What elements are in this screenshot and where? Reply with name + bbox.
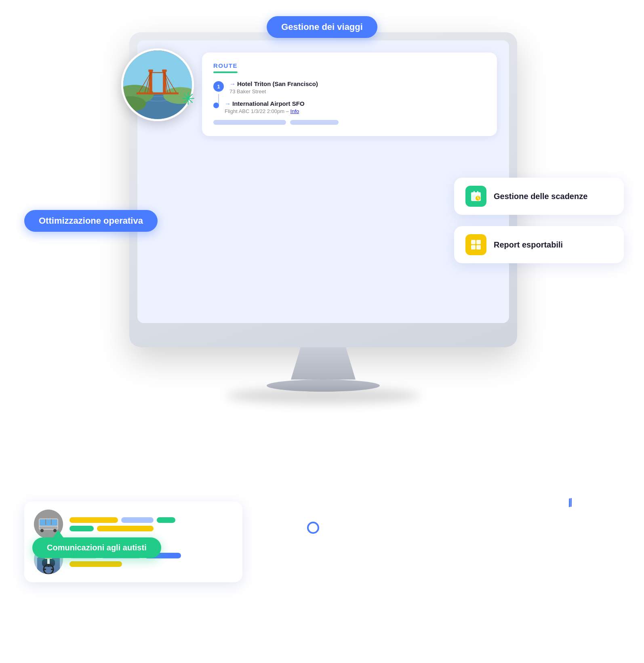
stop-2-info: → International Airport SFO Flight ABC 1… [225,100,305,114]
stop-number-1: 1 [213,81,224,92]
placeholder-route-bar-2 [290,120,339,125]
golden-gate-image [121,48,194,121]
circle-decoration [307,522,319,534]
bar-yellow-3 [69,561,122,567]
svg-rect-40 [471,240,476,244]
svg-rect-13 [137,92,179,94]
stop-1-name: Hotel Triton (San Francisco) [237,80,318,87]
pill-ottimizzazione-text: Ottimizzazione operativa [39,216,143,226]
svg-rect-43 [476,245,481,250]
stop-dot-2 [213,103,219,108]
route-underline [213,71,238,73]
stop-2-flight: Flight ABC 1/3/22 2:00pm – Info [225,108,305,114]
bar-green-2 [69,526,94,531]
bar-row-4 [69,561,233,567]
bus-driver-bars [69,517,233,531]
pill-gestione-text: Gestione dei viaggi [281,22,363,32]
report-icon-box [465,234,486,255]
svg-rect-24 [51,519,52,525]
report-label: Report esportabili [494,240,563,250]
scadenze-icon-box [465,186,486,207]
svg-point-21 [40,529,44,532]
stop-2-arrow: → [225,100,231,107]
monitor-shadow [226,388,420,404]
route-label: ROUTE [213,62,486,69]
monitor-stand [291,347,356,380]
svg-rect-15 [162,69,166,72]
placeholder-route-bar-1 [213,120,286,125]
svg-rect-41 [476,240,481,244]
pill-ottimizzazione: Ottimizzazione operativa [24,210,158,232]
bar-yellow-2 [97,526,154,531]
svg-rect-20 [40,527,57,529]
bar-green-1 [157,517,175,523]
bar-yellow-1 [69,517,118,523]
pill-comunicazioni: Comunicazioni agli autisti [32,537,161,558]
stop-1-arrow: → [229,80,236,87]
svg-rect-19 [40,519,57,526]
scene: Gestione dei viaggi ✳ [0,0,644,663]
snowflake-icon: ✳ [181,89,195,109]
pill-comunicazioni-text: Comunicazioni agli autisti [47,543,147,552]
bar-row-1 [69,517,233,523]
route-stop-2: → International Airport SFO Flight ABC 1… [213,100,486,114]
svg-rect-36 [471,192,481,195]
svg-rect-23 [45,519,46,525]
stop-1-info: → Hotel Triton (San Francisco) 73 Baker … [229,80,318,94]
route-card-placeholder-rows [213,120,486,125]
stop-2-name: International Airport SFO [232,100,305,107]
slash-decoration: // [567,497,572,510]
route-card: ROUTE 1 → Hotel Triton (San Francisco) 7… [202,52,497,136]
feature-card-report: Report esportabili [454,226,624,263]
info-link[interactable]: Info [290,108,299,114]
bar-row-2 [69,526,233,531]
stop-1-address: 73 Baker Street [229,88,318,94]
bar-blue-1 [121,517,154,523]
svg-rect-42 [471,245,476,250]
route-stop-1: 1 → Hotel Triton (San Francisco) 73 Bake… [213,80,486,94]
svg-rect-38 [477,191,478,194]
scadenze-label: Gestione delle scadenze [494,192,587,201]
feature-card-scadenze: Gestione delle scadenze [454,178,624,215]
pill-gestione: Gestione dei viaggi [267,16,377,38]
svg-rect-37 [474,191,475,194]
svg-rect-14 [148,69,153,72]
